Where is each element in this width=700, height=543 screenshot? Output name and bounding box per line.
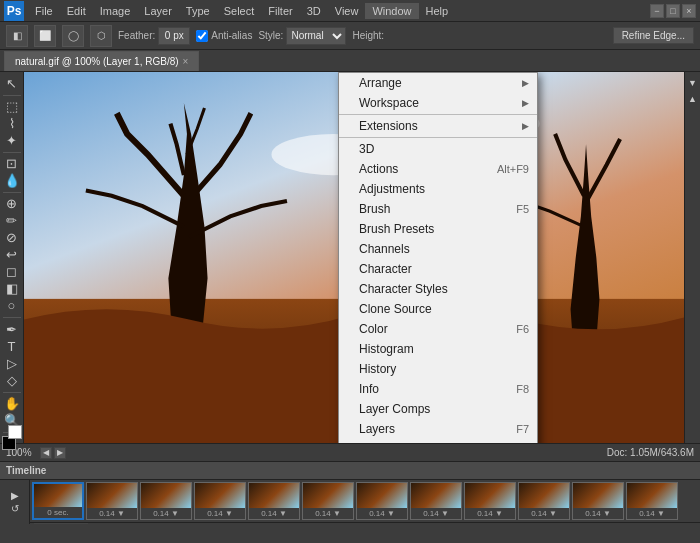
- style-group: Style: Normal: [258, 27, 346, 45]
- document-tab[interactable]: natural.gif @ 100% (Layer 1, RGB/8) ×: [4, 51, 199, 71]
- menu-color[interactable]: ColorF6: [339, 319, 537, 339]
- frame-10[interactable]: 0.14 ▼: [572, 482, 624, 520]
- nav-right[interactable]: ▶: [54, 447, 66, 459]
- separator-2: [339, 137, 537, 138]
- menu-brush-presets[interactable]: Brush Presets: [339, 219, 537, 239]
- minimize-button[interactable]: −: [650, 4, 664, 18]
- frame-time-1: 0.14 ▼: [87, 508, 137, 519]
- frame-thumb-5: [303, 483, 353, 508]
- menu-file[interactable]: File: [28, 3, 60, 19]
- tool-type[interactable]: T: [1, 339, 23, 354]
- feather-input[interactable]: [158, 27, 190, 45]
- menu-bar: Ps File Edit Image Layer Type Select Fil…: [0, 0, 700, 22]
- tool-marquee[interactable]: ⬚: [1, 99, 23, 114]
- frame-3[interactable]: 0.14 ▼: [194, 482, 246, 520]
- background-color[interactable]: [8, 425, 22, 439]
- frame-7[interactable]: 0.14 ▼: [410, 482, 462, 520]
- tool-lasso[interactable]: ⌇: [1, 116, 23, 131]
- menu-layer[interactable]: Layer: [137, 3, 179, 19]
- menu-actions[interactable]: ActionsAlt+F9: [339, 159, 537, 179]
- tab-close-button[interactable]: ×: [183, 56, 189, 67]
- menu-extensions[interactable]: Extensions: [339, 116, 537, 136]
- menu-adjustments[interactable]: Adjustments: [339, 179, 537, 199]
- menu-help[interactable]: Help: [419, 3, 456, 19]
- menu-filter[interactable]: Filter: [261, 3, 299, 19]
- menu-clone-source[interactable]: Clone Source: [339, 299, 537, 319]
- menu-view[interactable]: View: [328, 3, 366, 19]
- close-button[interactable]: ×: [682, 4, 696, 18]
- frame-5[interactable]: 0.14 ▼: [302, 482, 354, 520]
- frame-time-3: 0.14 ▼: [195, 508, 245, 519]
- menu-arrange[interactable]: Arrange: [339, 73, 537, 93]
- tool-crop[interactable]: ⊡: [1, 156, 23, 171]
- menu-character-styles[interactable]: Character Styles: [339, 279, 537, 299]
- canvas-area[interactable]: Arrange Workspace Extensions 3D ActionsA…: [24, 72, 684, 443]
- menu-workspace[interactable]: Workspace: [339, 93, 537, 113]
- frame-6[interactable]: 0.14 ▼: [356, 482, 408, 520]
- menu-3d[interactable]: 3D: [300, 3, 328, 19]
- tab-title: natural.gif @ 100% (Layer 1, RGB/8): [15, 56, 179, 67]
- loop-select[interactable]: Once Forever 3 Times: [34, 523, 88, 524]
- tool-preset-icon[interactable]: ◧: [6, 25, 28, 47]
- frame-2[interactable]: 0.14 ▼: [140, 482, 192, 520]
- menu-history[interactable]: History: [339, 359, 537, 379]
- menu-image[interactable]: Image: [93, 3, 138, 19]
- frame-1[interactable]: 0.14 ▼: [86, 482, 138, 520]
- frame-8[interactable]: 0.14 ▼: [464, 482, 516, 520]
- menu-character[interactable]: Character: [339, 259, 537, 279]
- tool-hand[interactable]: ✋: [1, 396, 23, 411]
- tool-brush[interactable]: ✏: [1, 213, 23, 228]
- timeline-track[interactable]: 0 sec. 0.14 ▼ 0.14 ▼ 0.14 ▼ 0.14 ▼: [30, 480, 700, 524]
- tool-history-brush[interactable]: ↩: [1, 247, 23, 262]
- status-bar: 100% ◀ ▶ Doc: 1.05M/643.6M: [0, 443, 700, 461]
- tool-gradient[interactable]: ◧: [1, 281, 23, 296]
- anti-alias-checkbox[interactable]: [196, 30, 208, 42]
- tool-shape-rect[interactable]: ⬜: [34, 25, 56, 47]
- anti-alias-group: Anti-alias: [196, 30, 252, 42]
- frame-11[interactable]: 0.14 ▼: [626, 482, 678, 520]
- tool-eraser[interactable]: ◻: [1, 264, 23, 279]
- menu-layers[interactable]: LayersF7: [339, 419, 537, 439]
- menu-3d[interactable]: 3D: [339, 139, 537, 159]
- frame-thumb-6: [357, 483, 407, 508]
- tool-magic-wand[interactable]: ✦: [1, 133, 23, 148]
- menu-layer-comps[interactable]: Layer Comps: [339, 399, 537, 419]
- tool-clone[interactable]: ⊘: [1, 230, 23, 245]
- timeline-controls: ▶ ↺ 0 sec. 0.14 ▼ 0.14 ▼ 0.14: [0, 480, 700, 524]
- menu-edit[interactable]: Edit: [60, 3, 93, 19]
- tool-shape-circle[interactable]: ◯: [62, 25, 84, 47]
- menu-window[interactable]: Window: [365, 3, 418, 19]
- right-panel-btn-2[interactable]: ▲: [686, 92, 700, 106]
- nav-left[interactable]: ◀: [40, 447, 52, 459]
- tool-move[interactable]: ↖: [1, 76, 23, 91]
- refine-edge-button[interactable]: Refine Edge...: [613, 27, 694, 44]
- anti-alias-label: Anti-alias: [211, 30, 252, 41]
- menu-measurement-log[interactable]: Measurement Log: [339, 439, 537, 443]
- menu-channels[interactable]: Channels: [339, 239, 537, 259]
- menu-select[interactable]: Select: [217, 3, 262, 19]
- tool-eyedropper[interactable]: 💧: [1, 173, 23, 188]
- frame-9[interactable]: 0.14 ▼: [518, 482, 570, 520]
- frame-time-8: 0.14 ▼: [465, 508, 515, 519]
- tl-loop-btn[interactable]: ↺: [11, 503, 19, 514]
- menu-histogram[interactable]: Histogram: [339, 339, 537, 359]
- tool-shape-custom[interactable]: ⬡: [90, 25, 112, 47]
- tool-shape[interactable]: ◇: [1, 373, 23, 388]
- tool-path-select[interactable]: ▷: [1, 356, 23, 371]
- frame-0[interactable]: 0 sec.: [32, 482, 84, 520]
- menu-type[interactable]: Type: [179, 3, 217, 19]
- maximize-button[interactable]: □: [666, 4, 680, 18]
- style-select[interactable]: Normal: [286, 27, 346, 45]
- tool-pen[interactable]: ✒: [1, 322, 23, 337]
- menu-info[interactable]: InfoF8: [339, 379, 537, 399]
- tool-spot-heal[interactable]: ⊕: [1, 196, 23, 211]
- tl-play-btn[interactable]: ▶: [11, 490, 19, 501]
- timeline-frames: 0 sec. 0.14 ▼ 0.14 ▼ 0.14 ▼ 0.14 ▼: [30, 480, 700, 522]
- window-dropdown-menu: Arrange Workspace Extensions 3D ActionsA…: [338, 72, 538, 443]
- frame-4[interactable]: 0.14 ▼: [248, 482, 300, 520]
- right-panel-btn-1[interactable]: ▼: [686, 76, 700, 90]
- menu-brush[interactable]: BrushF5: [339, 199, 537, 219]
- frame-thumb-11: [627, 483, 677, 508]
- color-swatches[interactable]: [2, 436, 22, 439]
- tool-dodge[interactable]: ○: [1, 298, 23, 313]
